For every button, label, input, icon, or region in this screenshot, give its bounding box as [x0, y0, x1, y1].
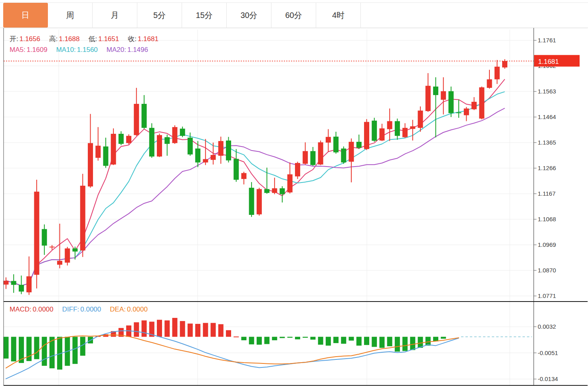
candle-body — [379, 128, 384, 140]
macd-bar — [341, 337, 346, 343]
candle-body — [111, 134, 116, 165]
macd-bar — [134, 322, 139, 337]
candle-body — [310, 151, 315, 165]
candle-body — [372, 121, 377, 141]
price-axis-label: 1.1068 — [538, 216, 556, 222]
candle-body — [126, 136, 131, 143]
candle-body — [257, 189, 262, 214]
candle-body — [157, 135, 162, 157]
candle-body — [95, 146, 101, 158]
candle-body — [433, 87, 438, 95]
candle-body — [341, 149, 346, 163]
ohlc-item-2: 低:1.1651 — [88, 35, 119, 43]
macd-bar — [287, 337, 293, 337]
candle-body — [203, 159, 208, 162]
candle-body — [364, 122, 369, 149]
price-axis-label: 1.0969 — [538, 241, 556, 248]
candle-body — [142, 104, 147, 128]
candle-body — [418, 111, 423, 128]
macd-bar — [257, 337, 262, 345]
candle-body — [264, 189, 269, 193]
macd-bar — [188, 323, 193, 337]
macd-bar — [211, 323, 216, 337]
candle-body — [4, 281, 9, 285]
macd-bar — [395, 337, 400, 351]
candle-body — [42, 229, 47, 246]
ohlc-item-1: 高:1.1688 — [49, 35, 80, 43]
price-axis-label: 1.0771 — [538, 292, 556, 299]
macd-bar — [402, 337, 408, 351]
ma-item-2: MA20:1.1496 — [107, 46, 148, 54]
macd-bar — [349, 337, 354, 340]
macd-axis-label: -0.0051 — [538, 349, 558, 356]
macd-bar — [180, 321, 185, 337]
candle-body — [249, 188, 254, 215]
macd-bar — [326, 337, 331, 345]
macd-item-2: DEA:0.0000 — [110, 306, 148, 313]
candle-body — [188, 138, 193, 155]
macd-bar — [356, 337, 362, 345]
candle-body — [211, 155, 216, 160]
candle-body — [479, 87, 484, 119]
candle-body — [73, 248, 78, 252]
candle-body — [88, 143, 93, 187]
macd-bar — [303, 337, 308, 337]
price-axis-label: 1.1563 — [538, 88, 556, 95]
macd-bar — [280, 337, 285, 338]
candle-body — [387, 121, 392, 129]
macd-bar — [249, 337, 254, 344]
current-price-tag-label: 1.1681 — [538, 58, 559, 65]
ohlc-legend: 开:1.1656高:1.1688低:1.1651收:1.1681 — [10, 34, 167, 44]
candle-body — [395, 121, 400, 136]
ohlc-item-0: 开:1.1656 — [10, 35, 40, 43]
candle-body — [241, 173, 246, 179]
macd-bar — [142, 320, 147, 337]
macd-bar — [264, 337, 269, 344]
candlestick-chart[interactable]: 1.17611.16621.15631.14641.13651.12661.11… — [0, 0, 588, 387]
candle-body — [180, 129, 185, 136]
candle-body — [164, 137, 170, 144]
macd-bar — [433, 337, 438, 341]
candle-body — [280, 188, 285, 194]
ma-item-1: MA10:1.1560 — [56, 46, 98, 54]
macd-bar — [4, 337, 9, 358]
macd-bar — [410, 337, 415, 350]
price-axis-label: 1.1761 — [538, 37, 556, 44]
trading-chart-app: 日周月5分15分30分60分4时 开:1.1656高:1.1688低:1.165… — [0, 0, 588, 387]
macd-item-1: DIFF:0.0000 — [62, 306, 101, 313]
macd-bar — [73, 337, 78, 364]
candle-body — [441, 91, 446, 99]
candle-body — [502, 61, 507, 67]
macd-bar — [318, 337, 323, 345]
candle-body — [426, 86, 431, 111]
macd-bar — [333, 337, 339, 343]
macd-bar — [295, 337, 300, 339]
candle-body — [326, 137, 331, 143]
macd-bar — [272, 337, 277, 340]
candle-body — [318, 142, 323, 165]
macd-bar — [310, 337, 315, 339]
macd-bar — [234, 337, 239, 337]
candle-body — [149, 128, 154, 157]
macd-bar — [241, 337, 246, 340]
macd-bar — [164, 320, 170, 337]
candle-body — [234, 159, 239, 180]
candle-body — [57, 261, 62, 265]
candle-body — [287, 175, 293, 193]
macd-bar — [203, 323, 208, 337]
macd-bar — [226, 330, 231, 337]
candle-body — [195, 149, 200, 163]
candle-body — [356, 142, 362, 148]
macd-bar — [172, 318, 177, 337]
macd-bar — [11, 337, 16, 361]
candle-body — [303, 151, 308, 164]
candle-body — [402, 128, 408, 137]
macd-item-0: MACD:0.0000 — [10, 306, 53, 313]
candle-body — [471, 102, 477, 109]
candle-body — [495, 67, 500, 79]
candle-body — [26, 276, 32, 292]
candle-body — [119, 134, 124, 144]
candle-body — [80, 186, 85, 250]
candle-body — [464, 109, 469, 115]
candle-body — [226, 141, 231, 161]
